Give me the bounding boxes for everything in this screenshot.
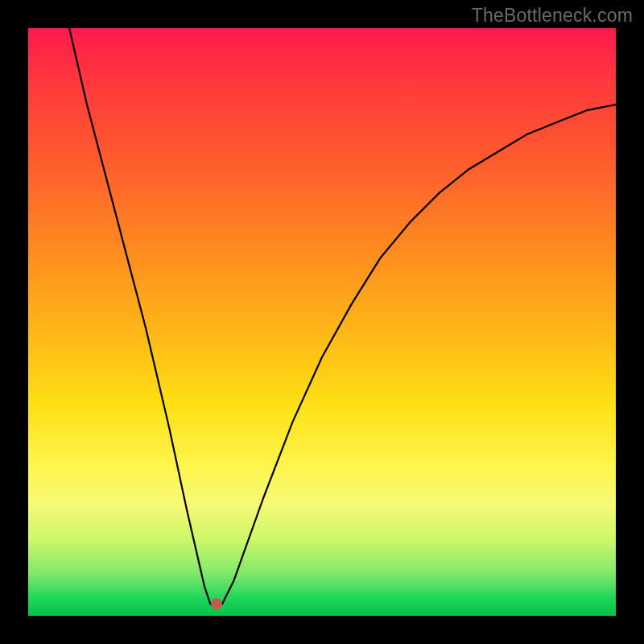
chart-frame: TheBottleneck.com — [0, 0, 644, 644]
gradient-plot-area — [28, 28, 616, 616]
bottleneck-curve — [69, 28, 616, 604]
optimum-marker — [211, 598, 222, 609]
watermark-text: TheBottleneck.com — [472, 5, 633, 27]
curve-svg — [28, 28, 616, 616]
